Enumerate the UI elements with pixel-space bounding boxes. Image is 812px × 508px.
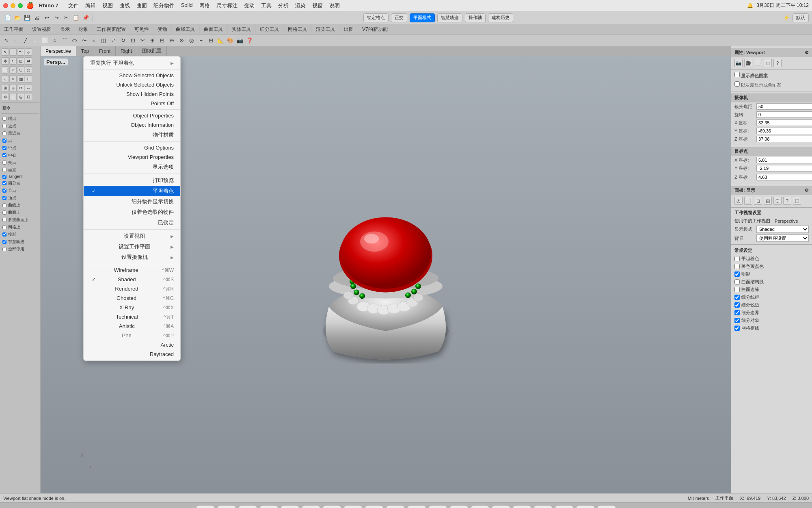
cm-rendered[interactable]: Rendered ^⌘R bbox=[84, 284, 180, 293]
rp-y-input[interactable] bbox=[756, 128, 812, 134]
cb-center[interactable] bbox=[2, 153, 6, 157]
rp-cb-shadow[interactable] bbox=[734, 271, 740, 277]
rp-z-input[interactable] bbox=[756, 136, 812, 142]
rp-cb-subd-wireframe[interactable] bbox=[734, 295, 740, 300]
dock-notes[interactable]: 📝 bbox=[491, 505, 511, 508]
cm-xray[interactable]: X-Ray ^⌘X bbox=[84, 303, 180, 312]
cut-icon[interactable]: ✂ bbox=[62, 13, 71, 22]
tab-right[interactable]: Right bbox=[116, 46, 137, 56]
lock-grid-btn[interactable]: 锁定格点 bbox=[363, 13, 389, 22]
dock-keyshot[interactable]: 🎮 bbox=[555, 505, 574, 508]
extrude-icon[interactable]: ◫ bbox=[99, 36, 108, 45]
dock-safari[interactable]: 🧭 bbox=[238, 505, 257, 508]
freeform-icon[interactable]: 〜 bbox=[80, 36, 89, 45]
cm-pen[interactable]: Pen ^⌘P bbox=[84, 331, 180, 340]
cm-technical[interactable]: Technical ^⌘T bbox=[84, 312, 180, 321]
dock-wechat[interactable]: 💬 bbox=[343, 505, 363, 508]
cyl-tool[interactable]: ⬡ bbox=[17, 66, 24, 74]
rp-icon-2[interactable]: 🎥 bbox=[744, 59, 752, 67]
cm-material[interactable]: 物件材质 bbox=[84, 130, 180, 140]
rp-icon-1[interactable]: 📷 bbox=[734, 59, 743, 67]
cb-closest[interactable] bbox=[2, 131, 6, 135]
cb-disable-all[interactable] bbox=[2, 247, 6, 251]
cm-grid-options[interactable]: Grid Options bbox=[84, 143, 180, 152]
tab-solid-tools[interactable]: 实体工具 bbox=[228, 24, 256, 35]
menu-transform[interactable]: 变动 bbox=[244, 2, 255, 9]
dock-mail[interactable]: ✉️ bbox=[259, 505, 279, 508]
scale-icon[interactable]: ⊡ bbox=[128, 36, 137, 45]
history-btn[interactable]: 建构历史 bbox=[488, 13, 513, 22]
cm-locked[interactable]: 已锁定 bbox=[84, 217, 180, 228]
cb-on-mesh[interactable] bbox=[2, 225, 6, 229]
polyline-icon[interactable]: ∟ bbox=[31, 36, 40, 45]
menu-mesh[interactable]: 网格 bbox=[199, 2, 210, 9]
cm-shaded[interactable]: ✓ Shaded ^⌘S bbox=[84, 275, 180, 284]
join2-tool[interactable]: ⊞ bbox=[2, 84, 9, 91]
dock-powerpoint[interactable]: P bbox=[470, 505, 490, 508]
dim-tool[interactable]: ⊢ bbox=[25, 75, 32, 82]
paste-icon[interactable]: 📌 bbox=[81, 13, 90, 22]
cm-arctic[interactable]: Arctic bbox=[84, 340, 180, 350]
tab-top[interactable]: Top bbox=[76, 46, 94, 56]
default-btn[interactable]: 默认 bbox=[793, 13, 809, 22]
cm-subd-toggle[interactable]: 细分物件显示切换 bbox=[84, 196, 180, 207]
point-tool[interactable]: · bbox=[9, 48, 17, 56]
copy-icon[interactable]: 📋 bbox=[71, 13, 80, 22]
viewport-canvas[interactable]: x y Persp... 重复执行 平坦着色 ▶ Show Selected O… bbox=[41, 56, 731, 493]
minimize-button[interactable] bbox=[11, 3, 15, 8]
redo-icon[interactable]: ↪ bbox=[52, 13, 61, 22]
cm-show-selected[interactable]: Show Selected Objects bbox=[84, 71, 180, 80]
cb-on-curve[interactable] bbox=[2, 203, 6, 207]
cm-points-off[interactable]: Points Off bbox=[84, 99, 180, 108]
dock-calendar[interactable]: 📅 bbox=[280, 505, 300, 508]
rp-panel-gear-icon[interactable]: ⚙ bbox=[805, 188, 809, 193]
offset-icon[interactable]: ◎ bbox=[187, 36, 196, 45]
surface-icon[interactable]: ⬦ bbox=[89, 36, 98, 45]
menu-curve[interactable]: 曲线 bbox=[119, 2, 130, 9]
cm-display-options[interactable]: 显示选项 bbox=[84, 162, 180, 172]
cm-set-view[interactable]: 设置视图 ▶ bbox=[84, 231, 180, 241]
rp-cb-subd-crease[interactable] bbox=[734, 302, 740, 308]
subd-tool[interactable]: ⌗ bbox=[9, 75, 17, 82]
fullscreen-button[interactable] bbox=[18, 3, 23, 8]
analyze-icon[interactable]: 📐 bbox=[216, 36, 225, 45]
menu-analyze[interactable]: 分析 bbox=[278, 2, 289, 9]
rp-tx-input[interactable] bbox=[756, 157, 812, 163]
boolean-icon[interactable]: ⊗ bbox=[177, 36, 186, 45]
dock-3d1[interactable]: 💎 bbox=[512, 505, 532, 508]
rp-cb-vertex-color[interactable] bbox=[734, 264, 740, 269]
mesh-tool[interactable]: ▦ bbox=[17, 75, 24, 82]
tab-display[interactable]: 显示 bbox=[56, 24, 74, 35]
cm-obj-props[interactable]: Object Properties bbox=[84, 111, 180, 120]
cm-flat-shade[interactable]: ✓ 平坦着色 bbox=[84, 186, 180, 196]
sphere-tool[interactable]: ○ bbox=[9, 66, 17, 74]
cb-perp[interactable] bbox=[2, 168, 6, 172]
menu-surface[interactable]: 曲面 bbox=[136, 2, 147, 9]
cm-ghosted[interactable]: Ghosted ^⌘G bbox=[84, 293, 180, 303]
explode-icon[interactable]: ⊕ bbox=[167, 36, 176, 45]
arc-icon[interactable]: ⌒ bbox=[60, 36, 69, 45]
cb-point[interactable] bbox=[2, 139, 6, 143]
help-icon[interactable]: ❓ bbox=[245, 36, 254, 45]
mirror2-tool[interactable]: ⇌ bbox=[25, 57, 32, 65]
tab-surface-tools[interactable]: 曲面工具 bbox=[200, 24, 228, 35]
join-icon[interactable]: ⊞ bbox=[148, 36, 157, 45]
rp-x-input[interactable] bbox=[756, 119, 812, 126]
cm-obj-info[interactable]: Object Information bbox=[84, 120, 180, 130]
dock-trash[interactable]: 🗑️ bbox=[597, 505, 616, 508]
dock-word[interactable]: W bbox=[428, 505, 447, 508]
fillet-icon[interactable]: ⌐ bbox=[197, 36, 205, 45]
save-icon[interactable]: 💾 bbox=[23, 13, 32, 22]
trim2-tool[interactable]: ✂ bbox=[17, 84, 24, 91]
dock-chrome[interactable]: 🌐 bbox=[365, 505, 384, 508]
group-icon[interactable]: ⊟ bbox=[158, 36, 166, 45]
move-tool[interactable]: ✥ bbox=[2, 57, 9, 65]
dock-excel[interactable]: X bbox=[449, 505, 469, 508]
rotate-icon[interactable]: ↻ bbox=[119, 36, 127, 45]
lasso-tool[interactable]: ⌾ bbox=[25, 48, 32, 56]
mirror-icon[interactable]: ⇌ bbox=[109, 36, 118, 45]
cm-viewport-props[interactable]: Viewport Properties bbox=[84, 152, 180, 162]
menu-dim[interactable]: 尺寸标注 bbox=[216, 2, 238, 9]
cb-quad[interactable] bbox=[2, 181, 6, 185]
close-button[interactable] bbox=[3, 3, 8, 8]
